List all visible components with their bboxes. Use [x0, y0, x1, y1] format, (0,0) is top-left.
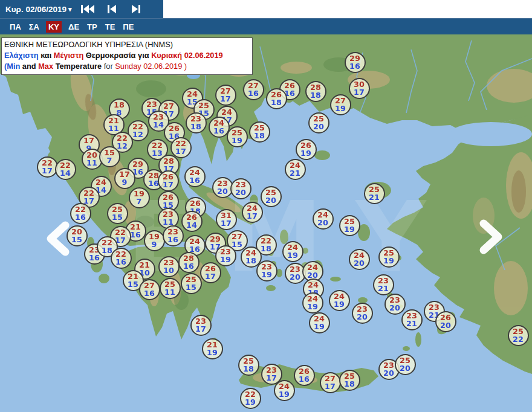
- day-tab-ΠΑ[interactable]: ΠΑ: [8, 21, 22, 33]
- station-bubble: 2515: [181, 273, 202, 294]
- step-back-button[interactable]: [100, 1, 124, 17]
- station-bubble: 2416: [209, 117, 230, 138]
- station-bubble: 2519: [378, 246, 400, 268]
- weather-map: ΕΜΥ 188231527172111231422122616179221222…: [0, 34, 532, 412]
- station-bubble: 197: [129, 187, 150, 208]
- min-temp: 16: [189, 176, 200, 184]
- info-text-segment: Θερμοκρασία για: [83, 51, 151, 60]
- info-text-segment: Max: [38, 62, 53, 71]
- min-temp: 14: [153, 121, 164, 129]
- station-bubble: 2419: [302, 292, 323, 314]
- min-temp: 10: [163, 266, 174, 274]
- min-temp: 18: [254, 132, 265, 140]
- min-temp: 19: [314, 323, 325, 330]
- next-day-arrow[interactable]: [478, 219, 504, 254]
- min-temp: 11: [86, 159, 97, 167]
- min-temp: 17: [266, 374, 277, 382]
- min-temp: 17: [354, 88, 365, 96]
- station-bubble: 157: [99, 146, 120, 167]
- day-tab-ΣΑ[interactable]: ΣΑ: [28, 21, 41, 33]
- day-tab-ΤΡ[interactable]: ΤΡ: [86, 21, 99, 33]
- station-bubble: 2617: [158, 170, 179, 192]
- day-tab-ΚΥ[interactable]: ΚΥ: [46, 21, 62, 33]
- station-bubble: 2518: [249, 121, 270, 143]
- station-bubble: 2719: [330, 94, 351, 115]
- station-bubble: 2617: [200, 262, 221, 283]
- station-bubble: 2320: [230, 178, 251, 199]
- agency-title: ΕΘΝΙΚΗ ΜΕΤΕΩΡΟΛΟΓΙΚΗ ΥΠΗΡΕΣΙΑ (HNMS): [4, 39, 249, 50]
- station-bubble: 2916: [345, 52, 366, 73]
- station-bubble: 2519: [339, 215, 360, 236]
- station-bubble: 3117: [216, 209, 237, 230]
- info-box: ΕΘΝΙΚΗ ΜΕΤΕΩΡΟΛΟΓΙΚΗ ΥΠΗΡΕΣΙΑ (HNMS) Ελά…: [1, 37, 253, 75]
- station-bubble: 2216: [70, 203, 91, 224]
- min-temp: 20: [357, 313, 368, 321]
- station-bubble: 2321: [373, 274, 394, 295]
- weather-app: Κυρ. 02/06/2019 ▾: [0, 0, 532, 412]
- min-temp: 20: [354, 259, 365, 267]
- min-temp: 20: [317, 219, 328, 227]
- min-temp: 19: [207, 349, 218, 356]
- min-temp: 16: [89, 254, 100, 262]
- station-bubble: 2419: [274, 380, 295, 401]
- min-temp: 15: [71, 236, 82, 243]
- station-bubble: 2320: [352, 303, 373, 324]
- min-temp: 19: [383, 257, 394, 265]
- info-text-segment: Μέγιστη: [54, 51, 83, 60]
- min-temp: 17: [42, 167, 53, 175]
- min-temp: 17: [221, 219, 232, 227]
- min-temp: 12: [132, 130, 143, 138]
- min-temp: 16: [213, 127, 224, 135]
- station-bubble: 2219: [240, 388, 261, 409]
- day-tab-ΤΕ[interactable]: ΤΕ: [104, 21, 117, 33]
- min-temp: 20: [217, 187, 228, 195]
- station-bubble: 2419: [309, 312, 330, 333]
- day-tab-ΔΕ[interactable]: ΔΕ: [67, 21, 80, 33]
- station-bubble: 2416: [184, 166, 206, 187]
- info-text-segment: (Min: [4, 62, 20, 71]
- min-temp: 11: [164, 288, 175, 296]
- station-bubble: 2319: [215, 245, 236, 266]
- min-temp: 20: [440, 321, 451, 329]
- min-temp: 9: [122, 178, 128, 186]
- station-bubble: 2518: [238, 355, 259, 376]
- station-bubble: 2420: [313, 208, 334, 230]
- skip-first-button[interactable]: [76, 1, 100, 17]
- station-bubble: 2619: [296, 139, 317, 160]
- min-temp: 15: [128, 280, 138, 288]
- min-temp: 17: [195, 325, 206, 333]
- min-temp: 18: [102, 246, 112, 254]
- step-forward-button[interactable]: [124, 1, 148, 17]
- station-bubble: 2717: [320, 372, 341, 393]
- min-temp: 21: [406, 320, 417, 327]
- station-bubble: 2618: [266, 88, 287, 109]
- min-temp: 21: [369, 193, 380, 201]
- min-temp: 17: [220, 95, 231, 103]
- station-bubble: 2419: [282, 241, 303, 262]
- station-bubble: 2419: [329, 290, 350, 311]
- station-bubble: 2716: [243, 79, 264, 100]
- station-bubble: 2717: [215, 85, 236, 106]
- title-greek: Ελάχιστη και Μέγιστη Θερμοκρασία για Κυρ…: [4, 50, 249, 61]
- prev-day-arrow[interactable]: [45, 221, 71, 256]
- date-dropdown-button[interactable]: Κυρ. 02/06/2019 ▾: [0, 0, 76, 18]
- station-bubble: 2320: [384, 294, 406, 315]
- min-temp: 18: [271, 98, 282, 106]
- step-back-icon: [108, 5, 116, 13]
- station-bubble: 2216: [111, 248, 132, 269]
- station-bubble: 2616: [294, 365, 315, 386]
- toolbar: Κυρ. 02/06/2019 ▾: [0, 0, 532, 18]
- min-temp: 15: [112, 213, 123, 221]
- info-text-segment: Temperature: [53, 62, 102, 71]
- date-label: Κυρ. 02/06/2019: [5, 5, 66, 14]
- day-tab-ΠΕ[interactable]: ΠΕ: [122, 21, 135, 33]
- min-temp: 21: [290, 169, 300, 177]
- min-temp: 12: [117, 142, 128, 150]
- station-bubble: 2620: [435, 311, 456, 332]
- min-temp: 19: [300, 149, 311, 157]
- min-temp: 15: [186, 283, 196, 291]
- min-temp: 20: [290, 273, 300, 281]
- station-bubble: 2420: [349, 249, 370, 270]
- station-bubble: 2518: [339, 370, 360, 391]
- station-bubble: 2319: [256, 260, 277, 282]
